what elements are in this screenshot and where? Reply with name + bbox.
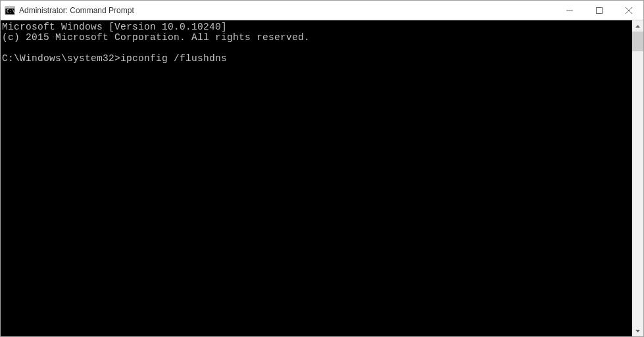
command-prompt-icon: C:\ (5, 5, 15, 16)
terminal-line: (c) 2015 Microsoft Corporation. All righ… (2, 32, 310, 43)
svg-text:C:\: C:\ (7, 9, 15, 14)
command-prompt-window: C:\ Administrator: Command Prompt Micros… (0, 0, 644, 337)
minimize-button[interactable] (555, 1, 584, 20)
terminal-output[interactable]: Microsoft Windows [Version 10.0.10240] (… (1, 20, 632, 336)
svg-marker-7 (635, 25, 640, 28)
scroll-down-arrow-icon[interactable] (632, 325, 643, 336)
window-controls (555, 1, 643, 20)
maximize-button[interactable] (584, 1, 614, 20)
scroll-thumb[interactable] (632, 32, 643, 51)
terminal-prompt: C:\Windows\system32> (2, 53, 120, 64)
svg-marker-8 (635, 330, 640, 332)
close-button[interactable] (614, 1, 643, 20)
terminal-command-input[interactable]: ipconfig /flushdns (120, 53, 227, 64)
terminal-line: Microsoft Windows [Version 10.0.10240] (2, 22, 227, 32)
scroll-track[interactable] (632, 32, 643, 325)
window-title: Administrator: Command Prompt (19, 6, 555, 15)
scroll-up-arrow-icon[interactable] (632, 20, 643, 32)
svg-rect-4 (596, 7, 602, 13)
content-wrapper: Microsoft Windows [Version 10.0.10240] (… (1, 20, 643, 336)
vertical-scrollbar[interactable] (632, 20, 643, 336)
titlebar[interactable]: C:\ Administrator: Command Prompt (1, 1, 643, 20)
